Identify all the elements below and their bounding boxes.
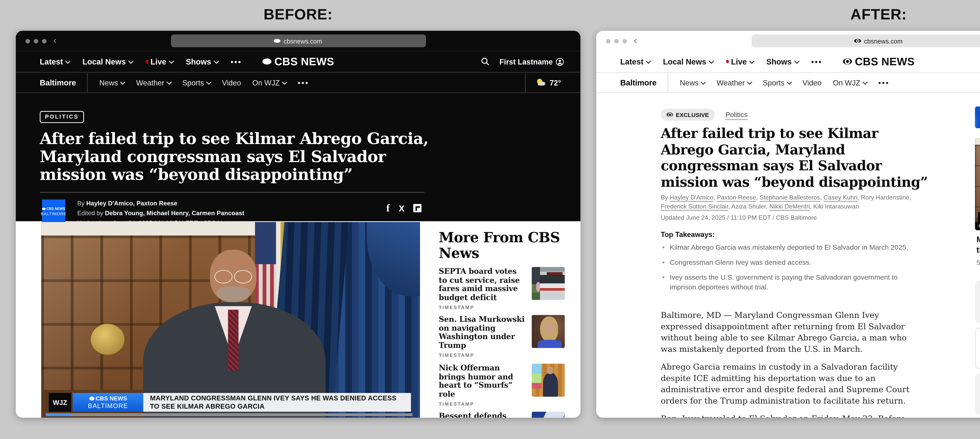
video-caption[interactable]: Maryland congressman talks about failed … [977, 235, 980, 255]
window-controls[interactable] [606, 39, 627, 43]
flipboard-icon[interactable] [414, 204, 422, 212]
cbs-eye-icon [42, 208, 46, 210]
sidebar-card-septa[interactable]: CBS PHILADELPHIA SEPTA board votes to cu… [975, 280, 980, 323]
nav-item-latest[interactable]: Latest [40, 57, 70, 66]
author-link[interactable]: Stephanie Ballesteros [759, 193, 820, 201]
cbs-eye-icon [262, 58, 271, 65]
close-window-icon[interactable] [25, 39, 30, 43]
cbs-baltimore-banner[interactable]: CBS NEWS BALTIMORE [975, 107, 980, 128]
nav-utilities: First Lastname [480, 51, 564, 72]
before-browser-window: ‹ cbsnews.com Latest Local News Live Sho… [16, 31, 581, 418]
nav-item-local-news[interactable]: Local News [663, 57, 713, 66]
nav-item-local-news[interactable]: Local News [83, 57, 133, 66]
sidebar-card-murkowski[interactable]: AMERICA DECIDES Sen. Lisa Murkowski on n… [975, 328, 980, 369]
subnav-links: Baltimore News Weather Sports Video On W… [620, 73, 889, 92]
cbs-news-logo[interactable]: CBS NEWS [843, 56, 915, 67]
septa-bus-thumbnail [532, 267, 565, 300]
account-menu[interactable]: First Lastname [500, 57, 564, 66]
author-link[interactable]: Nikki DeMentri [769, 202, 810, 210]
nav-item-latest[interactable]: Latest [620, 57, 650, 66]
subnav-more-menu[interactable]: ••• [878, 78, 889, 87]
article-header: POLITICS After failed trip to see Kilmar… [16, 93, 581, 221]
subnav-item-weather[interactable]: Weather [136, 78, 171, 87]
subnav-item-sports[interactable]: Sports [182, 78, 211, 87]
subnav-city[interactable]: Baltimore [40, 78, 76, 87]
list-item[interactable]: Bessent defends tariff policy as retaile… [439, 412, 566, 418]
back-icon[interactable]: ‹ [53, 35, 57, 46]
x-icon[interactable]: X [399, 204, 404, 213]
subnav-item-news[interactable]: News [680, 78, 705, 87]
maximize-window-icon[interactable] [42, 39, 46, 43]
local-subnav: Baltimore News Weather Sports Video On W… [596, 72, 980, 93]
list-item[interactable]: Sen. Lisa Murkowski on navigating Washin… [439, 315, 566, 358]
nav-item-live[interactable]: Live [145, 57, 173, 66]
chevron-down-icon [862, 79, 868, 84]
congressman-tie [228, 310, 239, 371]
subnav-more-menu[interactable]: ••• [298, 78, 309, 87]
lower-third: WJZ CBS NEWS BALTIMORE MARYLAND CONGRESS… [49, 393, 411, 412]
nav-links: Latest Local News Live Shows ••• [620, 51, 822, 72]
item-title: SEPTA board votes to cut service, raise … [439, 267, 526, 302]
more-from-cbs-sidebar: More From CBS News SEPTA board votes to … [439, 230, 566, 261]
author-link[interactable]: Casey Kuhn [824, 193, 858, 201]
studio-thumbnail [532, 412, 565, 418]
nav-item-shows[interactable]: Shows [766, 57, 799, 66]
subnav-item-weather[interactable]: Weather [717, 78, 751, 87]
sun-behind-cloud-icon [536, 79, 546, 86]
subnav-item-video[interactable]: Video [222, 78, 241, 87]
address-bar[interactable]: cbsnews.com [171, 35, 426, 47]
body-paragraph: Abrego Garcia remains in custody in a Sa… [661, 361, 922, 406]
author-link[interactable]: Frederick Sutton Sinclair [661, 202, 728, 210]
politics-link[interactable]: Politics [725, 111, 748, 118]
cbs-news-logo[interactable]: CBS NEWS [262, 56, 334, 67]
nav-more-menu[interactable]: ••• [811, 57, 822, 66]
item-timestamp: TIMESTAMP [439, 402, 526, 407]
maximize-window-icon[interactable] [622, 39, 627, 43]
share-bar: f X [386, 204, 422, 213]
beard [217, 286, 250, 301]
byline-updated: Updated June 24, 2025 / 11:10 PM EDT / C… [661, 214, 817, 221]
titlebar: ‹ cbsnews.com [596, 31, 980, 51]
byline-authors: By Hayley D'Amico, Paxton Reese, Stephan… [661, 192, 925, 211]
takeaway-item: Ivey asserts the U.S. government is payi… [661, 273, 914, 293]
subnav-city[interactable]: Baltimore [620, 78, 657, 87]
person-icon [556, 57, 564, 66]
close-window-icon[interactable] [606, 39, 611, 43]
subnav-item-video[interactable]: Video [802, 78, 821, 87]
nav-item-live[interactable]: Live [726, 57, 754, 66]
sidebar-card-offerman[interactable]: CBS SATURDAY MORNING Nick Offerman bring… [975, 374, 980, 415]
item-title: Bessent defends tariff policy as retaile… [439, 412, 526, 418]
article-video-player[interactable]: WJZ CBS NEWS BALTIMORE MARYLAND CONGRESS… [41, 222, 420, 418]
byline-authors: By Hayley D'Amico, Paxton Reese [77, 198, 581, 208]
nav-more-menu[interactable]: ••• [231, 57, 242, 66]
subnav-item-on-wjz[interactable]: On WJZ [833, 78, 867, 87]
chevron-down-icon [708, 58, 714, 63]
facebook-icon[interactable]: f [386, 204, 390, 213]
chevron-down-icon [206, 79, 212, 84]
nav-links: Latest Local News Live Shows ••• [40, 51, 242, 72]
address-bar[interactable]: cbsnews.com [751, 35, 980, 47]
list-item[interactable]: Nick Offerman brings humor and heart to … [439, 364, 566, 407]
subnav-item-news[interactable]: News [99, 78, 125, 87]
author-link[interactable]: Paxton Reese [717, 193, 756, 201]
cbs-baltimore-chyron-logo: CBS NEWS BALTIMORE [73, 393, 143, 412]
list-item[interactable]: SEPTA board votes to cut service, raise … [439, 267, 566, 310]
back-icon[interactable]: ‹ [634, 35, 637, 46]
search-icon[interactable] [480, 57, 490, 66]
minimize-window-icon[interactable] [34, 39, 38, 43]
window-controls[interactable] [25, 39, 46, 43]
after-label: AFTER: [596, 6, 980, 23]
after-browser-window: ‹ cbsnews.com Latest Local News Live Sho… [596, 31, 980, 418]
body-paragraph: Baltimore, MD — Maryland Congressman Gle… [661, 310, 922, 355]
author-link[interactable]: Hayley D'Amico [670, 193, 713, 201]
video-progress-bar[interactable] [46, 413, 412, 416]
chevron-down-icon [701, 79, 706, 84]
subnav-item-sports[interactable]: Sports [763, 78, 791, 87]
sidebar-video-player[interactable]: WJZ CBS NEWS BALTIMORE MARYLAND CONGRESS… [975, 138, 980, 230]
live-dot-icon [726, 60, 729, 63]
nav-item-shows[interactable]: Shows [186, 57, 218, 66]
weather-widget[interactable]: 72° [525, 73, 581, 92]
subnav-item-on-wjz[interactable]: On WJZ [252, 78, 286, 87]
politics-tag[interactable]: POLITICS [40, 111, 84, 122]
minimize-window-icon[interactable] [614, 39, 619, 43]
